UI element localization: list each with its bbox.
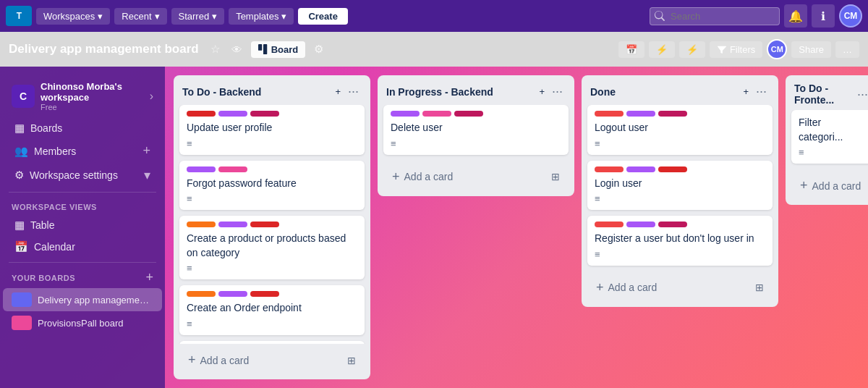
card-labels <box>595 222 765 227</box>
label-orange <box>187 291 216 297</box>
board-color-provisions <box>12 316 32 330</box>
card-create-product[interactable]: Create a product or products based on ca… <box>179 216 365 279</box>
add-card-template-icon[interactable]: ⊞ <box>755 282 764 293</box>
trello-logo[interactable]: T <box>6 6 32 26</box>
add-card-template-icon[interactable]: ⊞ <box>347 355 356 366</box>
workspace-plan: Free <box>41 103 144 111</box>
search-input[interactable] <box>650 7 780 25</box>
card-partial[interactable] <box>179 341 365 344</box>
checklist-icon: ≡ <box>799 147 804 158</box>
sidebar: C Chinonso Morba's workspace Free › ▦ Bo… <box>0 67 165 388</box>
add-card-button-inprogress[interactable]: + Add a card ⊞ <box>383 164 569 190</box>
card-icons: ≡ <box>595 138 765 149</box>
sidebar-item-calendar[interactable]: 📅 Calendar <box>3 236 162 258</box>
column-menu-inprogress[interactable]: ··· <box>549 83 566 101</box>
create-button[interactable]: Create <box>298 8 347 25</box>
board-item-delivery[interactable]: Delivery app management b... <box>3 288 162 311</box>
label-purple <box>626 111 655 117</box>
add-member-icon[interactable]: + <box>142 143 150 159</box>
card-icons: ≡ <box>187 138 357 149</box>
filters-button[interactable]: Filters <box>710 41 762 58</box>
checklist-icon: ≡ <box>187 193 192 204</box>
sidebar-item-members[interactable]: 👥 Members + <box>3 139 162 163</box>
sidebar-item-table[interactable]: ▦ Table <box>3 214 162 236</box>
add-card-button-done[interactable]: + Add a card ⊞ <box>587 274 773 301</box>
column-title-todo-frontend: To Do - Fronte... <box>794 83 854 106</box>
templates-menu[interactable]: Templates ▾ <box>229 8 294 25</box>
share-button[interactable]: Share <box>791 41 831 58</box>
column-add-card-top-done[interactable]: + <box>740 85 752 98</box>
card-title: Update user profile <box>187 121 357 135</box>
board-view-button[interactable]: Board <box>251 41 306 58</box>
settings-chevron-icon: ▾ <box>144 167 150 183</box>
svg-rect-0 <box>258 44 262 51</box>
column-menu-todo-frontend[interactable]: ··· <box>854 85 868 104</box>
add-card-label: Add a card <box>812 180 861 192</box>
label-purple <box>187 166 216 172</box>
card-update-user-profile[interactable]: Update user profile ≡ <box>179 105 365 155</box>
recent-menu[interactable]: Recent ▾ <box>114 8 166 25</box>
column-menu-todo-backend[interactable]: ··· <box>345 83 362 101</box>
main-area: C Chinonso Morba's workspace Free › ▦ Bo… <box>0 67 868 388</box>
column-title-todo-backend: To Do - Backend <box>182 86 332 98</box>
card-icons: ≡ <box>595 193 765 204</box>
customize-button[interactable]: ⚙ <box>311 41 326 57</box>
label-pink2 <box>218 166 247 172</box>
board-user-avatar[interactable]: CM <box>767 39 787 59</box>
filter-icon <box>717 44 727 54</box>
cards-inprogress: Delete user ≡ <box>378 105 574 161</box>
workspace-views: ▦ Table 📅 Calendar <box>0 214 165 258</box>
card-labels <box>187 291 357 297</box>
workspace-header[interactable]: C Chinonso Morba's workspace Free › <box>0 75 165 117</box>
column-add-card-top-inprogress[interactable]: + <box>536 85 548 98</box>
visibility-button[interactable]: 👁 <box>229 42 245 57</box>
boards-list: Delivery app management b... ProvisionsP… <box>0 288 165 334</box>
boards-icon: ▦ <box>14 122 25 135</box>
info-button[interactable]: ℹ <box>812 4 835 28</box>
board-item-provisions[interactable]: ProvisionsPall board <box>3 311 162 334</box>
add-card-template-icon[interactable]: ⊞ <box>551 171 560 182</box>
user-avatar[interactable]: CM <box>839 4 862 28</box>
more-options-button[interactable]: … <box>835 41 859 58</box>
column-add-card-top-todo-backend[interactable]: + <box>332 85 344 98</box>
card-logout-user[interactable]: Logout user ≡ <box>587 105 773 155</box>
add-board-button[interactable]: + <box>145 270 153 285</box>
sidebar-divider-1 <box>9 192 156 193</box>
svg-rect-1 <box>263 44 267 54</box>
power-ups-button[interactable]: ⚡ <box>649 41 675 58</box>
card-create-order[interactable]: Create an Order endpoint ≡ <box>179 285 365 335</box>
card-title: Create a product or products based on ca… <box>187 232 357 260</box>
sidebar-item-boards[interactable]: ▦ Boards <box>3 117 162 139</box>
label-purple <box>218 222 247 227</box>
calendar-button[interactable]: 📅 <box>618 41 644 58</box>
card-labels <box>595 166 765 172</box>
star-board-button[interactable]: ☆ <box>208 41 223 57</box>
automation-button[interactable]: ⚡ <box>679 41 705 58</box>
workspace-avatar: C <box>12 85 35 108</box>
notifications-button[interactable]: 🔔 <box>784 4 807 28</box>
workspaces-menu[interactable]: Workspaces ▾ <box>36 8 110 25</box>
card-filter-categories[interactable]: Filter categori... ≡ <box>791 110 868 164</box>
label-pink <box>658 111 687 117</box>
label-purple <box>218 111 247 117</box>
column-inprogress-backend: In Progress - Backend + ··· Delete user … <box>378 75 574 196</box>
board-header: Delivery app management board ☆ 👁 Board … <box>0 32 868 67</box>
card-labels <box>391 111 561 117</box>
label-dark-pink <box>454 111 483 117</box>
add-card-button-todo-backend[interactable]: + Add a card ⊞ <box>179 347 365 374</box>
label-red <box>595 166 624 172</box>
sidebar-item-workspace-settings[interactable]: ⚙ Workspace settings ▾ <box>3 163 162 187</box>
card-forgot-password[interactable]: Forgot password feature ≡ <box>179 161 365 211</box>
column-menu-done[interactable]: ··· <box>753 83 770 101</box>
add-card-button-todo-frontend[interactable]: + Add a card <box>791 172 868 199</box>
label-pink <box>658 222 687 227</box>
column-done: Done + ··· Logout user ≡ <box>582 75 778 307</box>
top-nav: T Workspaces ▾ Recent ▾ Starred ▾ Templa… <box>0 0 868 32</box>
card-title: Filter categori... <box>799 116 867 144</box>
checklist-icon: ≡ <box>187 263 192 274</box>
starred-menu[interactable]: Starred ▾ <box>171 8 225 25</box>
card-register-user[interactable]: Register a user but don't log user in ≡ <box>587 216 773 266</box>
card-login-user[interactable]: Login user ≡ <box>587 161 773 211</box>
card-delete-user[interactable]: Delete user ≡ <box>383 105 569 155</box>
cards-done: Logout user ≡ Login user ≡ <box>582 105 778 271</box>
